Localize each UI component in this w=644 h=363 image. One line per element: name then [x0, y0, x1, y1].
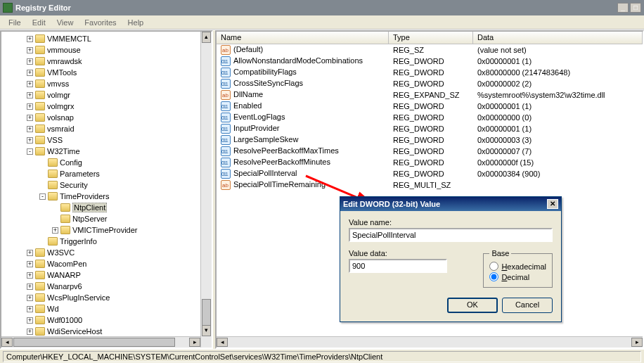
scroll-left-icon[interactable]: ◂: [1, 338, 13, 347]
expand-toggle[interactable]: +: [27, 329, 33, 335]
tree-label: VMTools: [47, 68, 77, 77]
string-icon: [221, 90, 231, 100]
value-row[interactable]: CrossSiteSyncFlagsREG_DWORD0x00000002 (2…: [217, 78, 643, 89]
menu-view[interactable]: View: [51, 17, 79, 28]
tree-item-volmgr[interactable]: +volmgr: [1, 89, 212, 101]
edit-dword-dialog: Edit DWORD (32-bit) Value ✕ Value name: …: [340, 196, 562, 322]
tree-pane[interactable]: +VMMEMCTL+vmmouse+vmrawdsk+VMTools+vmvss…: [0, 30, 213, 349]
tree-item-vmmemctl[interactable]: +VMMEMCTL: [1, 33, 212, 44]
value-row[interactable]: (Default)REG_SZ(value not set): [217, 44, 643, 56]
scroll-down-icon[interactable]: ▾: [202, 325, 211, 336]
expand-toggle[interactable]: +: [27, 295, 33, 301]
value-data-field[interactable]: [349, 259, 447, 273]
value-row[interactable]: InputProviderREG_DWORD0x00000001 (1): [217, 123, 643, 134]
value-type: REG_DWORD: [389, 68, 473, 77]
expand-toggle[interactable]: +: [27, 250, 33, 256]
tree-item-vss[interactable]: +VSS: [1, 134, 212, 146]
value-row[interactable]: ResolvePeerBackoffMinutesREG_DWORD0x0000…: [217, 157, 643, 168]
value-row[interactable]: AllowNonstandardModeCombinationsREG_DWOR…: [217, 56, 643, 67]
expand-toggle[interactable]: -: [39, 193, 46, 200]
tree-item-vsmraid[interactable]: +vsmraid: [1, 123, 212, 134]
dialog-title-bar[interactable]: Edit DWORD (32-bit) Value ✕: [340, 197, 561, 211]
dword-icon: [221, 146, 231, 156]
tree-item-vmtools[interactable]: +VMTools: [1, 67, 212, 78]
tree-label: WacomPen: [47, 260, 86, 268]
tree-label: volmgrx: [47, 102, 75, 110]
column-name[interactable]: Name: [217, 32, 389, 44]
scroll-right-icon[interactable]: ▸: [631, 338, 643, 347]
maximize-button[interactable]: □: [630, 3, 641, 13]
tree-item-wdf01000[interactable]: +Wdf01000: [1, 314, 212, 326]
radio-decimal[interactable]: Decimal: [489, 272, 546, 281]
scroll-right-icon[interactable]: ▸: [189, 338, 200, 347]
tree-vertical-scrollbar[interactable]: ▴ ▾: [200, 32, 212, 348]
expand-toggle[interactable]: +: [27, 284, 33, 290]
tree-item-ntpclient[interactable]: NtpClient: [1, 202, 212, 213]
tree-item-wacompen[interactable]: +WacomPen: [1, 258, 212, 269]
menu-file[interactable]: File: [3, 17, 27, 28]
expand-toggle[interactable]: +: [27, 317, 33, 324]
expand-toggle[interactable]: -: [27, 148, 33, 155]
tree-item-parameters[interactable]: Parameters: [1, 168, 212, 179]
scroll-left-icon[interactable]: ◂: [217, 338, 228, 347]
scroll-up-icon[interactable]: ▴: [202, 32, 211, 43]
expand-toggle[interactable]: +: [27, 58, 33, 65]
value-row[interactable]: ResolvePeerBackoffMaxTimesREG_DWORD0x000…: [217, 146, 643, 157]
expand-toggle[interactable]: +: [27, 70, 33, 76]
tree-item-ntpserver[interactable]: NtpServer: [1, 213, 212, 224]
tree-horizontal-scrollbar[interactable]: ◂ ▸: [1, 336, 200, 348]
menu-edit[interactable]: Edit: [27, 17, 51, 28]
column-type[interactable]: Type: [389, 32, 473, 44]
value-name-field[interactable]: [349, 228, 553, 242]
tree-item-wd[interactable]: +Wd: [1, 303, 212, 314]
tree-item-timeproviders[interactable]: -TimeProviders: [1, 191, 212, 202]
value-row[interactable]: DllNameREG_EXPAND_SZ%systemroot%\system3…: [217, 89, 643, 101]
tree-item-vmmouse[interactable]: +vmmouse: [1, 44, 212, 56]
expand-toggle[interactable]: +: [27, 306, 33, 312]
expand-toggle[interactable]: +: [27, 47, 33, 53]
menu-favorites[interactable]: Favorites: [79, 17, 122, 28]
minimize-button[interactable]: _: [617, 3, 629, 13]
tree-item-vmictimeprovider[interactable]: +VMICTimeProvider: [1, 224, 212, 236]
tree-item-wdiservicehost[interactable]: +WdiServiceHost: [1, 326, 212, 337]
tree-item-vmrawdsk[interactable]: +vmrawdsk: [1, 56, 212, 67]
tree-item-w32time[interactable]: -W32Time: [1, 146, 212, 157]
menu-help[interactable]: Help: [122, 17, 150, 28]
expand-toggle[interactable]: +: [27, 137, 33, 144]
tree-item-wcspluginservice[interactable]: +WcsPlugInService: [1, 292, 212, 303]
close-button[interactable]: ✕: [547, 199, 558, 209]
expand-toggle[interactable]: +: [27, 92, 33, 98]
radio-hexadecimal[interactable]: Hexadecimal: [489, 262, 546, 271]
value-row[interactable]: CompatibilityFlagsREG_DWORD0x80000000 (2…: [217, 67, 643, 78]
expand-toggle[interactable]: +: [27, 272, 33, 279]
expand-toggle[interactable]: +: [27, 115, 33, 121]
expand-toggle[interactable]: +: [27, 261, 33, 267]
expand-toggle[interactable]: +: [52, 227, 58, 234]
tree-item-wanarpv6[interactable]: +Wanarpv6: [1, 281, 212, 292]
scroll-thumb[interactable]: [13, 338, 175, 347]
tree-label: Parameters: [60, 170, 100, 178]
value-row[interactable]: SpecialPollIntervalREG_DWORD0x00000384 (…: [217, 168, 643, 179]
value-row[interactable]: EventLogFlagsREG_DWORD0x00000000 (0): [217, 112, 643, 123]
tree-item-security[interactable]: Security: [1, 179, 212, 191]
value-row[interactable]: LargeSampleSkewREG_DWORD0x00000003 (3): [217, 134, 643, 146]
ok-button[interactable]: OK: [447, 298, 498, 313]
value-row[interactable]: SpecialPollTimeRemainingREG_MULTI_SZ: [217, 179, 643, 191]
tree-item-wanarp[interactable]: +WANARP: [1, 269, 212, 281]
scroll-thumb[interactable]: [202, 299, 211, 327]
column-data[interactable]: Data: [473, 32, 643, 44]
cancel-button[interactable]: Cancel: [502, 298, 553, 313]
tree-item-w3svc[interactable]: +W3SVC: [1, 247, 212, 258]
expand-toggle[interactable]: +: [27, 81, 33, 87]
value-row[interactable]: EnabledREG_DWORD0x00000001 (1): [217, 101, 643, 112]
tree-item-config[interactable]: Config: [1, 157, 212, 168]
tree-item-volmgrx[interactable]: +volmgrx: [1, 101, 212, 112]
tree-item-triggerinfo[interactable]: TriggerInfo: [1, 236, 212, 247]
folder-icon: [35, 293, 45, 302]
list-horizontal-scrollbar[interactable]: ◂ ▸: [217, 336, 643, 348]
expand-toggle[interactable]: +: [27, 36, 33, 42]
tree-item-vmvss[interactable]: +vmvss: [1, 78, 212, 89]
expand-toggle[interactable]: +: [27, 103, 33, 110]
tree-item-volsnap[interactable]: +volsnap: [1, 112, 212, 123]
expand-toggle[interactable]: +: [27, 126, 33, 132]
